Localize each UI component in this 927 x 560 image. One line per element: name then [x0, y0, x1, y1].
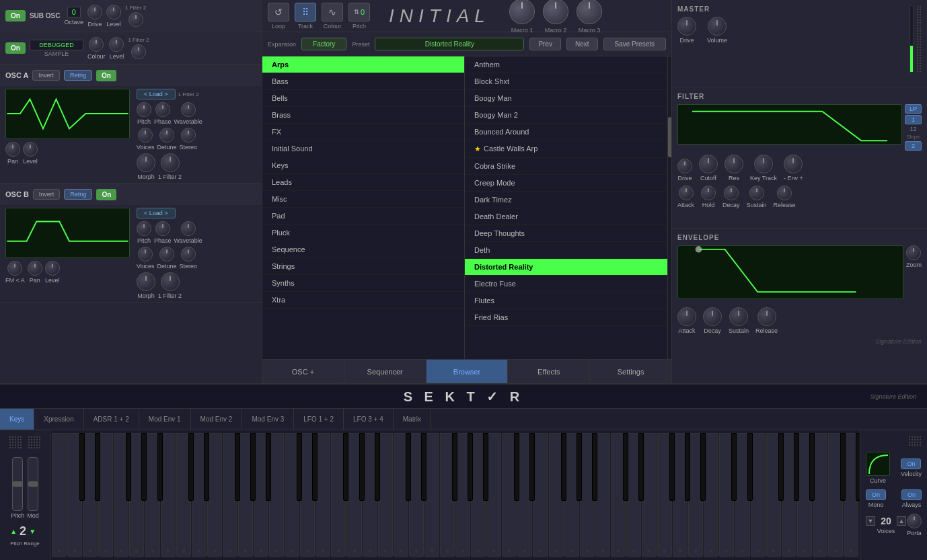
- osc-a-wavetable-knob[interactable]: [181, 102, 196, 117]
- osc-b-level-knob[interactable]: [45, 261, 60, 276]
- white-key[interactable]: [440, 433, 455, 557]
- preset-item[interactable]: Fried Rias: [465, 309, 667, 326]
- sub-osc-on-button[interactable]: On: [5, 10, 26, 22]
- pitch-button[interactable]: ⇅ 0: [348, 3, 370, 22]
- category-item[interactable]: Brass: [262, 107, 464, 124]
- macro2-knob[interactable]: [543, 0, 568, 24]
- white-key[interactable]: [300, 433, 315, 557]
- category-item[interactable]: Initial Sound: [262, 141, 464, 157]
- drive-knob[interactable]: [87, 5, 102, 19]
- black-key[interactable]: [623, 433, 628, 501]
- white-key[interactable]: [316, 433, 330, 557]
- bottom-nav-button[interactable]: Browser: [427, 360, 509, 383]
- black-key[interactable]: [577, 433, 582, 501]
- black-key[interactable]: [266, 433, 271, 501]
- scrollbar-thumb[interactable]: [668, 117, 671, 157]
- mono-on-button[interactable]: On: [866, 489, 886, 500]
- voices-down-button[interactable]: ▼: [866, 516, 875, 526]
- white-key[interactable]: [502, 433, 517, 557]
- white-key[interactable]: [378, 433, 393, 557]
- category-item[interactable]: Pad: [262, 208, 464, 225]
- category-item[interactable]: Misc: [262, 191, 464, 208]
- voices-up-button[interactable]: ▲: [897, 516, 906, 526]
- black-key[interactable]: [359, 433, 365, 501]
- filter2-knob[interactable]: [128, 12, 143, 27]
- category-item[interactable]: Keys: [262, 157, 464, 174]
- osc-a-on-button[interactable]: On: [96, 70, 116, 81]
- white-key[interactable]: [595, 433, 610, 557]
- black-key[interactable]: [421, 433, 427, 501]
- env-sustain-knob[interactable]: [729, 307, 748, 326]
- category-item[interactable]: Sequence: [262, 241, 464, 258]
- bottom-nav-button[interactable]: OSC +: [262, 360, 344, 383]
- white-key[interactable]: [394, 433, 408, 557]
- env-attack-knob[interactable]: [677, 307, 696, 326]
- category-item[interactable]: Leads: [262, 174, 464, 191]
- white-key[interactable]: [782, 433, 796, 557]
- black-key[interactable]: [794, 433, 799, 501]
- black-key[interactable]: [685, 433, 690, 501]
- filter-release-knob[interactable]: [777, 186, 792, 200]
- white-key[interactable]: [331, 433, 346, 557]
- white-key[interactable]: [642, 433, 657, 557]
- black-key[interactable]: [778, 433, 784, 501]
- keyboard-tab[interactable]: Keys: [0, 409, 34, 430]
- white-key[interactable]: [129, 433, 144, 557]
- category-item[interactable]: Xtra: [262, 292, 464, 309]
- black-key[interactable]: [731, 433, 737, 501]
- browser-scrollbar[interactable]: [667, 56, 671, 359]
- category-item[interactable]: Pluck: [262, 225, 464, 241]
- white-key[interactable]: [363, 433, 377, 557]
- bottom-nav-button[interactable]: Effects: [508, 360, 590, 383]
- osc-b-invert-button[interactable]: Invert: [33, 189, 61, 200]
- next-button[interactable]: Next: [566, 38, 598, 50]
- sample-on-button[interactable]: On: [5, 42, 26, 54]
- velocity-on-button[interactable]: On: [901, 458, 921, 469]
- white-key[interactable]: [285, 433, 299, 557]
- prev-button[interactable]: Prev: [529, 38, 561, 50]
- category-item[interactable]: Bells: [262, 90, 464, 107]
- white-key[interactable]: [269, 433, 284, 557]
- category-item[interactable]: Bass: [262, 73, 464, 90]
- preset-item[interactable]: Anthem: [465, 56, 667, 73]
- white-key[interactable]: [67, 433, 82, 557]
- preset-item[interactable]: ★Castle Walls Arp: [465, 141, 667, 158]
- black-key[interactable]: [375, 433, 380, 501]
- black-key[interactable]: [95, 433, 100, 501]
- white-key[interactable]: [828, 433, 843, 557]
- filter-hold-knob[interactable]: [701, 186, 716, 200]
- black-key[interactable]: [126, 433, 131, 501]
- sample-filter2-knob[interactable]: [131, 44, 146, 59]
- keyboard-tab[interactable]: LFO 1 + 2: [294, 409, 344, 430]
- white-key[interactable]: [455, 433, 470, 557]
- osc-b-on-button[interactable]: On: [96, 189, 116, 200]
- white-key[interactable]: [611, 433, 626, 557]
- osc-b-fm-knob[interactable]: [7, 261, 22, 276]
- black-key[interactable]: [483, 433, 488, 501]
- black-key[interactable]: [79, 433, 85, 501]
- preset-name-button[interactable]: Distorted Reality: [375, 38, 524, 50]
- preset-item[interactable]: Distorted Reality: [465, 259, 667, 276]
- osc-b-voices-knob[interactable]: [138, 247, 153, 262]
- black-key[interactable]: [235, 433, 240, 501]
- osc-b-pitch-knob[interactable]: [137, 221, 151, 236]
- osc-a-phase-knob[interactable]: [155, 102, 170, 117]
- white-key[interactable]: [52, 433, 67, 557]
- osc-b-wavetable-knob[interactable]: [181, 221, 196, 236]
- black-key[interactable]: [638, 433, 644, 501]
- black-key[interactable]: [312, 433, 318, 501]
- black-key[interactable]: [250, 433, 256, 501]
- black-key[interactable]: [592, 433, 597, 501]
- loop-button[interactable]: ↺: [268, 3, 289, 22]
- black-key[interactable]: [204, 433, 209, 501]
- bottom-nav-button[interactable]: Settings: [590, 360, 671, 383]
- preset-item[interactable]: Cobra Strike: [465, 158, 667, 175]
- osc-a-filter2-knob[interactable]: [161, 153, 180, 172]
- expansion-button[interactable]: Factory: [301, 38, 346, 50]
- white-key[interactable]: [83, 433, 98, 557]
- white-key[interactable]: [549, 433, 564, 557]
- filter-attack-knob[interactable]: [679, 186, 694, 200]
- osc-b-stereo-knob[interactable]: [181, 247, 196, 262]
- white-key[interactable]: [238, 433, 253, 557]
- white-key[interactable]: [192, 433, 207, 557]
